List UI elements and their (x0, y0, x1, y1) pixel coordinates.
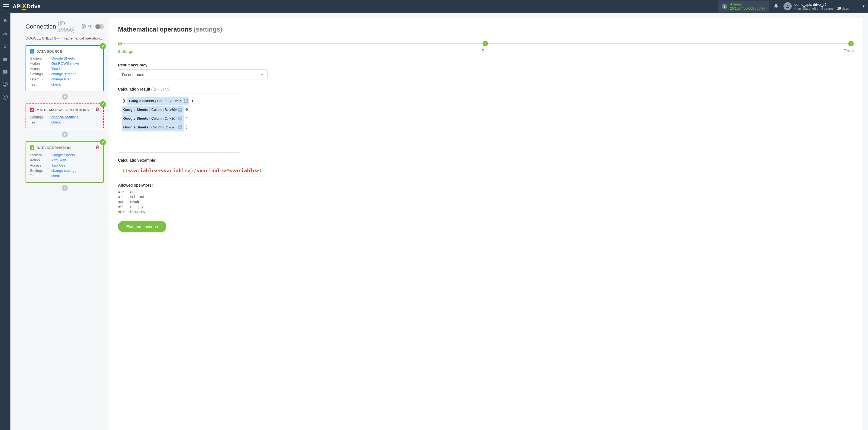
step-settings[interactable]: Settings (118, 42, 122, 45)
tag-col-a[interactable]: Google Sheets|Column A: «50»✕ (127, 97, 189, 105)
example-box: ((<variable>+<variable>)/<variable>*<var… (118, 165, 266, 177)
card-header: 1 DATA SOURCE (30, 49, 99, 54)
chevron-down-icon: ▼ (260, 73, 264, 76)
add-button[interactable]: + (62, 94, 68, 100)
connection-toggle[interactable] (95, 24, 104, 29)
actions-used: 25'157 (730, 6, 741, 10)
accuracy-select[interactable]: Do not round ▼ (118, 69, 268, 80)
tag-col-c[interactable]: Google Sheets|Column C: «30»✕ (122, 115, 184, 123)
connection-label: Connection (26, 23, 56, 30)
check-icon: ✓ (100, 139, 106, 145)
remove-icon[interactable]: ✕ (184, 99, 188, 103)
card-title: DATA SOURCE (36, 50, 62, 54)
tag-col-d[interactable]: Google Sheets|Column D: «20»✕ (122, 123, 184, 131)
svg-rect-2 (3, 34, 4, 35)
card-number: 3 (30, 146, 34, 150)
row-settings: Settingschange settings (30, 72, 99, 76)
step-finish[interactable]: ✓ Finish (848, 41, 854, 47)
check-icon: ✓ (100, 101, 106, 107)
actions-text: Actions: 25'157 / 50'000 (50%) (730, 2, 765, 10)
logo-prefix: API (12, 3, 22, 10)
actions-sep: / (741, 6, 744, 10)
chevron-down-icon[interactable]: ▼ (862, 4, 865, 8)
accuracy-label: Result accuracy (118, 63, 854, 67)
data-destination-card[interactable]: ✓ 3 DATA DESTINATION SystemGoogle Sheets… (26, 141, 104, 183)
remove-icon[interactable]: ✕ (178, 125, 182, 129)
gear-icon[interactable] (88, 24, 92, 29)
card-number: 1 (30, 49, 34, 54)
actions-total: 50'000 (744, 6, 754, 10)
op-mul: * (186, 116, 187, 120)
logo[interactable]: API X Drive (12, 3, 40, 10)
help-icon[interactable] (3, 95, 8, 101)
left-panel: Connection (ID: 39056) GOOGLE SHEETS -> … (10, 12, 109, 430)
user-menu[interactable]: demo_apix-drive_s2 Plan |Start| left unt… (783, 2, 849, 10)
row-access: AccessTina User (30, 67, 99, 71)
math-operations-card[interactable]: ✓ 2 MATHEMATICAL OPERATIONS Settingschan… (26, 103, 104, 129)
logo-suffix: Drive (27, 3, 40, 10)
breadcrumb[interactable]: GOOGLE SHEETS -> (mathematical operation… (26, 36, 104, 40)
remove-icon[interactable]: ✕ (178, 117, 182, 120)
row-settings: Settingschange settings (30, 115, 99, 119)
menu-icon[interactable] (3, 3, 9, 10)
svg-rect-4 (6, 34, 7, 35)
accuracy-value: Do not round (122, 72, 144, 77)
row-test: Testcheck (30, 120, 99, 124)
row-filter: Filterchange filter (30, 77, 99, 81)
connections-icon[interactable] (3, 31, 8, 37)
row-system: SystemGoogle Sheets (30, 56, 99, 60)
user-name: demo_apix-drive_s2 (795, 2, 849, 7)
row-test: Testcheck (30, 174, 99, 178)
row-settings: Settingschange settings (30, 168, 99, 173)
op-plus: + (191, 98, 193, 103)
check-icon: ✓ (100, 43, 106, 49)
op-close-div: )/ (186, 107, 188, 112)
user-info: demo_apix-drive_s2 Plan |Start| left unt… (795, 2, 849, 10)
connection-title: Connection (ID: 39056) (26, 20, 104, 33)
card-title: MATHEMATICAL OPERATIONS (36, 108, 89, 112)
row-test: Testcheck (30, 82, 99, 87)
home-icon[interactable] (3, 18, 8, 24)
header-right: i Actions: 25'157 / 50'000 (50%) demo_ap… (718, 1, 865, 12)
operators-list: «+»- add «-»- subtract «/»- divide «*»- … (118, 190, 854, 214)
remove-icon[interactable]: ✕ (178, 108, 182, 112)
row-access: AccessTina User (30, 163, 99, 167)
bell-icon[interactable] (774, 3, 779, 10)
page-subtitle: (settings) (194, 26, 222, 33)
tag-col-b[interactable]: Google Sheets|Column B: «40»✕ (122, 106, 184, 114)
svg-rect-3 (5, 34, 6, 35)
card-title: DATA DESTINATION (36, 146, 70, 150)
op-close: ) (186, 125, 187, 129)
row-system: SystemGoogle Sheets (30, 153, 99, 157)
edit-continue-button[interactable]: Edit and continue (118, 221, 166, 232)
svg-rect-1 (5, 32, 6, 32)
billing-icon[interactable] (4, 44, 7, 50)
trash-icon[interactable] (95, 107, 99, 112)
stepper: Settings ✓ Test ✓ Finish (118, 41, 854, 63)
add-button[interactable]: + (62, 131, 68, 137)
briefcase-icon[interactable] (3, 57, 8, 63)
step-test[interactable]: ✓ Test (483, 41, 488, 47)
user-plan: Plan |Start| left until payment 19 days (795, 7, 849, 10)
actions-counts: 25'157 / 50'000 (50%) (730, 6, 765, 10)
sidebar (0, 12, 10, 430)
video-icon[interactable] (3, 70, 8, 75)
op-open: (( (123, 98, 125, 103)
add-button[interactable]: + (62, 185, 68, 191)
actions-pct: (50%) (755, 6, 765, 10)
document-icon[interactable] (82, 24, 86, 29)
logo-x-icon: X (22, 3, 26, 10)
actions-box[interactable]: i Actions: 25'157 / 50'000 (50%) (718, 1, 768, 12)
card-header: 3 DATA DESTINATION (30, 145, 99, 150)
content-wrap: Connection (ID: 39056) GOOGLE SHEETS -> … (10, 12, 868, 430)
calc-hint: ((2 + 3) / 5) (151, 87, 170, 91)
profile-icon[interactable] (3, 82, 8, 88)
formula-input[interactable]: (( Google Sheets|Column A: «50»✕ + Googl… (118, 94, 240, 153)
trash-icon[interactable] (95, 145, 99, 150)
row-action: ActionGet ROWS (new) (30, 61, 99, 66)
data-source-card[interactable]: ✓ 1 DATA SOURCE SystemGoogle Sheets Acti… (26, 45, 104, 91)
app-header: API X Drive i Actions: 25'157 / 50'000 (… (0, 0, 868, 12)
main-panel: Mathematical operations (settings) Setti… (109, 18, 863, 430)
row-action: ActionAdd ROW (30, 158, 99, 162)
example-label: Calculation example: (118, 158, 854, 162)
